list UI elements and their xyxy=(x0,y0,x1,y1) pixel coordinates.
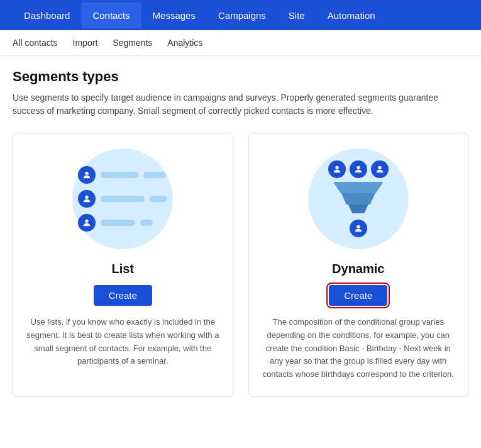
dynamic-card-title: Dynamic xyxy=(332,262,384,276)
page-description: Use segments to specify target audience … xyxy=(13,91,468,118)
funnel-top-avatars xyxy=(328,160,389,178)
subnav-segments[interactable]: Segments xyxy=(113,38,152,48)
funnel-avatar-3 xyxy=(371,160,389,178)
svg-point-5 xyxy=(378,166,381,169)
funnel-shape xyxy=(333,182,384,213)
list-bar-1 xyxy=(101,172,138,178)
svg-point-2 xyxy=(86,220,89,223)
list-bar-2b xyxy=(150,196,167,202)
list-bar-2 xyxy=(101,196,145,202)
nav-dashboard[interactable]: Dashboard xyxy=(13,3,81,28)
list-bar-3 xyxy=(101,220,135,226)
list-card-title: List xyxy=(111,262,134,276)
cards-container: List Create Use lists, if you know who e… xyxy=(13,133,468,397)
dynamic-illustration-circle xyxy=(308,148,409,249)
list-card: List Create Use lists, if you know who e… xyxy=(13,133,233,397)
dynamic-card-description: The composition of the conditional group… xyxy=(262,316,456,381)
list-create-button[interactable]: Create xyxy=(94,285,152,306)
list-bar-1b xyxy=(143,172,166,178)
list-avatar-3 xyxy=(78,214,96,232)
funnel-wide xyxy=(333,182,384,193)
page-content: Segments types Use segments to specify t… xyxy=(0,56,481,410)
funnel-illustration xyxy=(328,160,389,237)
svg-point-6 xyxy=(357,225,360,228)
sub-navigation: All contacts Import Segments Analytics xyxy=(0,30,481,56)
nav-site[interactable]: Site xyxy=(277,3,316,28)
dynamic-card: Dynamic Create The composition of the co… xyxy=(248,133,469,397)
svg-point-4 xyxy=(357,166,360,169)
list-avatar-2 xyxy=(78,190,96,208)
funnel-bottom-avatar xyxy=(350,220,367,237)
subnav-analytics[interactable]: Analytics xyxy=(167,38,202,48)
subnav-import[interactable]: Import xyxy=(73,38,98,48)
list-row-3 xyxy=(78,214,167,232)
svg-point-3 xyxy=(335,166,338,169)
page-title: Segments types xyxy=(13,69,468,85)
list-row-1 xyxy=(78,166,167,184)
funnel-mid xyxy=(341,193,375,204)
nav-contacts[interactable]: Contacts xyxy=(81,3,141,28)
list-illustration-circle xyxy=(72,148,173,249)
funnel-avatar-1 xyxy=(328,160,346,178)
list-bar-3b xyxy=(140,220,153,226)
nav-messages[interactable]: Messages xyxy=(141,3,207,28)
list-avatar-1 xyxy=(78,166,96,184)
top-navigation: Dashboard Contacts Messages Campaigns Si… xyxy=(0,0,481,30)
nav-automation[interactable]: Automation xyxy=(316,3,387,28)
dynamic-create-button[interactable]: Create xyxy=(329,285,387,306)
list-row-2 xyxy=(78,190,167,208)
funnel-narrow xyxy=(348,204,368,213)
svg-point-0 xyxy=(86,172,89,175)
funnel-avatar-2 xyxy=(350,160,367,178)
list-illustration xyxy=(72,160,174,238)
list-card-description: Use lists, if you know who exactly is in… xyxy=(26,316,220,368)
funnel-avatar-bottom xyxy=(350,220,367,237)
nav-campaigns[interactable]: Campaigns xyxy=(207,3,277,28)
subnav-all-contacts[interactable]: All contacts xyxy=(13,38,58,48)
svg-point-1 xyxy=(86,196,89,199)
